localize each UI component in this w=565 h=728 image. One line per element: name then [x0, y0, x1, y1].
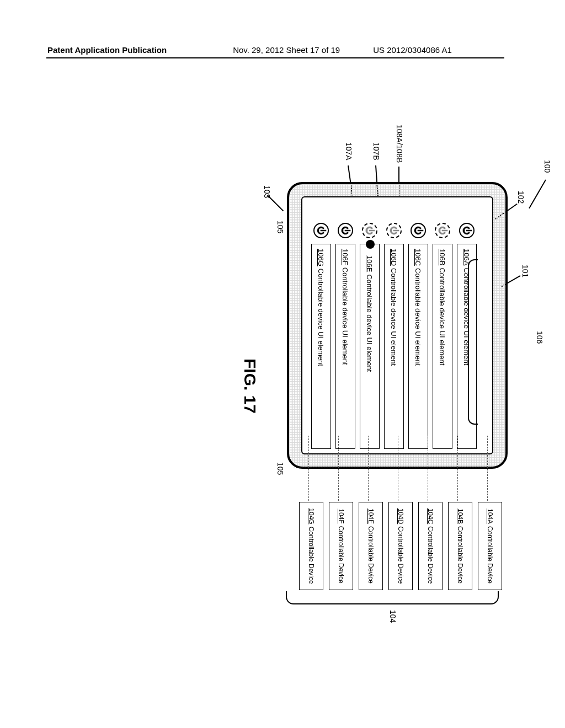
ui-row-g: ⏻ 106G Controllable device UI element — [309, 223, 333, 449]
device-id: 104C — [427, 508, 434, 524]
figure-label: FIG. 17 — [241, 358, 259, 414]
ui-id: 106D — [390, 249, 398, 266]
device-text: Controllable Device — [397, 526, 404, 584]
device-text: Controllable Device — [367, 526, 375, 584]
leader-100 — [529, 180, 546, 209]
device-id: 104F — [337, 508, 345, 523]
power-toggle-icon[interactable]: ⏻ — [313, 223, 329, 238]
device-104c: 104C Controllable Device — [418, 502, 443, 590]
ui-id: 106E — [366, 255, 374, 272]
ui-row-f: ⏻ 106F Controllable device UI element — [333, 223, 358, 449]
device-text: Controllable Device — [307, 527, 315, 584]
figure-17: 100 101 102 103 104 105 105 106 107A 107… — [50, 182, 546, 601]
mapping-line — [338, 436, 339, 501]
mapping-lines — [294, 436, 493, 501]
mapping-trunk — [294, 468, 493, 468]
device-id: 104G — [307, 508, 315, 524]
ui-element-106a[interactable]: 106A Controllable device UI element — [457, 244, 477, 449]
ui-row-e: ⏻ 106E Controllable device UI element — [358, 223, 382, 449]
ui-element-106b[interactable]: 106B Controllable device UI element — [433, 244, 452, 449]
ui-element-106c[interactable]: 106C Controllable device UI element — [408, 244, 428, 449]
ui-row-d: ⏻ 106D Controllable device UI element — [382, 223, 406, 449]
mapping-line — [487, 436, 488, 501]
ui-id: 106G — [317, 249, 326, 266]
ref-103: 103 — [263, 185, 271, 198]
mapping-line — [308, 436, 309, 501]
ref-102: 102 — [516, 191, 525, 204]
ref-101: 101 — [521, 265, 530, 277]
selection-dot-icon — [366, 240, 375, 249]
ui-text: Controllable device UI element — [414, 268, 423, 366]
power-toggle-icon[interactable]: ⏻ — [338, 223, 353, 238]
ref-104: 104 — [388, 610, 397, 623]
header-right: US 2012/0304086 A1 — [373, 45, 452, 55]
ref-105b: 105 — [276, 462, 285, 475]
tablet-frame: ⏻ 106A Controllable device UI element ⏻ … — [287, 182, 508, 469]
ui-text: Controllable device UI element — [463, 267, 471, 365]
device-text: Controllable Device — [486, 526, 494, 584]
ui-text: Controllable device UI element — [342, 267, 350, 365]
power-toggle-icon[interactable]: ⏻ — [362, 223, 377, 238]
ui-id: 106C — [414, 249, 423, 266]
ui-text: Controllable device UI element — [439, 267, 447, 365]
device-text: Controllable Device — [337, 526, 345, 584]
device-column: 104A Controllable Device 104B Controllab… — [294, 502, 502, 590]
ref-107a: 107A — [344, 142, 353, 160]
leader-103 — [268, 195, 284, 211]
power-toggle-icon[interactable]: ⏻ — [386, 223, 402, 238]
page-header: Patent Application Publication Nov. 29, … — [0, 45, 565, 55]
header-middle: Nov. 29, 2012 Sheet 17 of 19 — [233, 45, 340, 55]
ui-row-a: ⏻ 106A Controllable device UI element — [455, 223, 479, 449]
device-text: Controllable Device — [427, 526, 434, 584]
ui-row-c: ⏻ 106C Controllable device UI element — [406, 223, 430, 449]
ref-108: 108A/108B — [395, 125, 404, 163]
device-104d: 104D Controllable Device — [388, 502, 413, 590]
device-104g: 104G Controllable Device — [299, 502, 323, 590]
mapping-line — [457, 436, 458, 501]
mapping-line — [428, 436, 428, 501]
ui-element-106d[interactable]: 106D Controllable device UI element — [384, 244, 404, 449]
device-id: 104A — [486, 508, 494, 524]
ui-id: 106F — [342, 249, 350, 265]
brace-104 — [286, 591, 499, 604]
device-text: Controllable Device — [456, 526, 464, 584]
device-104a: 104A Controllable Device — [478, 502, 502, 590]
ui-text: Controllable device UI element — [317, 269, 326, 366]
ui-id: 106A — [463, 249, 471, 265]
power-toggle-icon[interactable]: ⏻ — [435, 223, 450, 238]
ui-text: Controllable device UI element — [390, 268, 398, 366]
power-toggle-icon[interactable]: ⏻ — [459, 223, 475, 238]
header-rule — [46, 57, 504, 58]
mapping-line — [368, 436, 369, 501]
ref-107b: 107B — [372, 142, 381, 160]
ui-text: Controllable device UI element — [366, 274, 374, 372]
tablet-screen: ⏻ 106A Controllable device UI element ⏻ … — [301, 196, 493, 454]
device-id: 104D — [397, 508, 404, 524]
header-left: Patent Application Publication — [47, 45, 167, 55]
device-id: 104E — [367, 508, 375, 524]
mapping-line — [398, 436, 398, 501]
ui-id: 106B — [439, 249, 447, 265]
ui-element-106f[interactable]: 106F Controllable device UI element — [335, 244, 355, 449]
ref-106: 106 — [535, 331, 544, 344]
ref-100: 100 — [543, 160, 552, 173]
device-104f: 104F Controllable Device — [329, 502, 353, 590]
device-104b: 104B Controllable Device — [448, 502, 472, 590]
power-toggle-icon[interactable]: ⏻ — [411, 223, 426, 238]
ui-row-b: ⏻ 106B Controllable device UI element — [430, 223, 455, 449]
ui-element-106e[interactable]: 106E Controllable device UI element — [360, 244, 380, 449]
ui-element-list: ⏻ 106A Controllable device UI element ⏻ … — [309, 223, 479, 449]
ref-105a: 105 — [276, 221, 285, 233]
device-id: 104B — [456, 508, 464, 524]
device-104e: 104E Controllable Device — [359, 502, 383, 590]
ui-element-106g[interactable]: 106G Controllable device UI element — [311, 244, 331, 449]
